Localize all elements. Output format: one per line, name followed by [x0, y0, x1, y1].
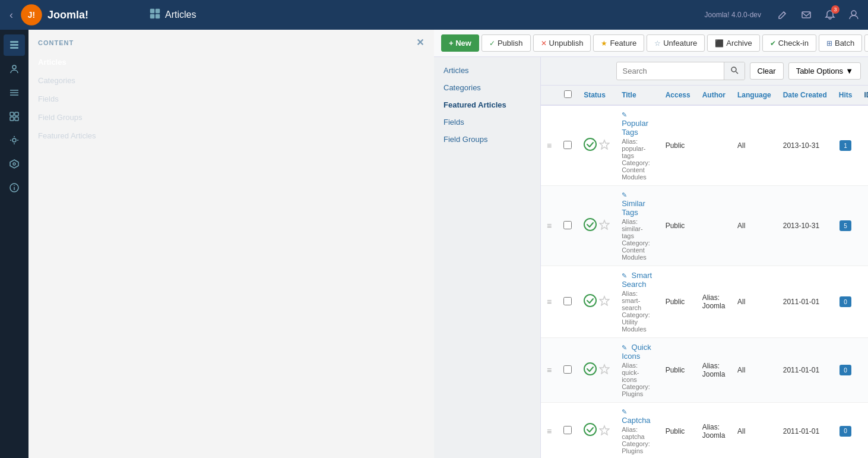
col-hits[interactable]: Hits	[833, 86, 859, 105]
unfeature-button[interactable]: ☆ Unfeature	[647, 34, 705, 52]
sidebar-item-featured-articles[interactable]: Featured Articles	[28, 127, 434, 145]
sidebar-icon-components[interactable]	[4, 106, 25, 127]
drag-handle-icon[interactable]: ≡	[547, 221, 552, 230]
checkbox-cell[interactable]	[557, 266, 578, 338]
checkbox-cell[interactable]	[557, 338, 578, 403]
select-all-checkbox[interactable]	[564, 90, 572, 98]
archive-button[interactable]: ⬛ Archive	[707, 34, 759, 52]
col-title[interactable]: Title	[616, 86, 659, 105]
col-access[interactable]: Access	[660, 86, 696, 105]
sidebar-item-field-groups[interactable]: Field Groups	[28, 108, 434, 127]
article-title-link[interactable]: Similar Tags	[622, 199, 645, 217]
sidebar-close-button[interactable]: ✕	[416, 37, 425, 48]
drag-cell[interactable]: ≡	[541, 186, 557, 266]
sidebar-item-categories[interactable]: Categories	[28, 71, 434, 90]
article-meta: Alias: smart-searchCategory: Utility Mod…	[622, 290, 653, 333]
published-icon[interactable]	[584, 362, 597, 378]
drag-handle-icon[interactable]: ≡	[547, 427, 552, 436]
svg-point-29	[584, 219, 596, 230]
checkin-button[interactable]: ✔ Check-in	[762, 34, 816, 52]
trash-button[interactable]: 🗑 Trash	[864, 34, 868, 52]
article-title-link[interactable]: Popular Tags	[622, 119, 648, 137]
drag-handle-icon[interactable]: ≡	[547, 297, 552, 307]
published-icon[interactable]	[584, 138, 597, 154]
row-checkbox[interactable]	[563, 297, 572, 305]
hits-cell[interactable]: 5	[833, 186, 859, 266]
drag-cell[interactable]: ≡	[541, 338, 557, 403]
id-cell: 68	[858, 403, 868, 459]
sidebar-icon-content[interactable]	[4, 34, 25, 56]
drag-cell[interactable]: ≡	[541, 266, 557, 338]
sidebar-icon-extensions[interactable]	[4, 129, 25, 151]
sub-sidebar-field-groups[interactable]: Field Groups	[434, 131, 540, 148]
hits-cell[interactable]: 0	[833, 403, 859, 459]
new-button[interactable]: + New	[441, 34, 479, 52]
row-checkbox[interactable]	[563, 426, 572, 434]
sub-sidebar-fields[interactable]: Fields	[434, 113, 540, 131]
featured-icon[interactable]	[599, 139, 610, 152]
col-author[interactable]: Author	[696, 86, 731, 105]
checkbox-cell[interactable]	[557, 403, 578, 459]
col-status[interactable]: Status	[578, 86, 616, 105]
author-cell	[696, 105, 731, 186]
edit-icon[interactable]	[775, 8, 790, 22]
notification-icon[interactable]: 3	[823, 8, 837, 22]
hits-badge[interactable]: 0	[840, 365, 851, 375]
col-checkbox[interactable]	[557, 86, 578, 105]
hits-cell[interactable]: 0	[833, 338, 859, 403]
hits-badge[interactable]: 0	[840, 426, 851, 437]
clear-search-button[interactable]: Clear	[750, 62, 784, 80]
checkbox-cell[interactable]	[557, 186, 578, 266]
sidebar-icon-info[interactable]	[4, 177, 25, 198]
svg-point-35	[584, 424, 596, 435]
col-id[interactable]: ID ▼	[858, 86, 868, 105]
page-header: Articles	[150, 8, 196, 21]
sub-sidebar-featured-articles[interactable]: Featured Articles	[434, 96, 540, 113]
batch-button[interactable]: ⊞ Batch	[819, 34, 862, 52]
back-button[interactable]: ‹	[7, 7, 15, 24]
access-cell: Public	[660, 403, 696, 459]
row-checkbox[interactable]	[563, 141, 572, 149]
sidebar-icon-menu[interactable]	[4, 82, 25, 103]
hits-cell[interactable]: 1	[833, 105, 859, 186]
row-checkbox[interactable]	[563, 221, 572, 229]
sidebar-icon-users[interactable]	[4, 58, 25, 80]
table-options-button[interactable]: Table Options ▼	[788, 62, 861, 80]
sub-sidebar-articles[interactable]: Articles	[434, 62, 540, 79]
sidebar-icon-plugins[interactable]	[4, 153, 25, 175]
user-icon[interactable]	[847, 8, 861, 22]
published-icon[interactable]	[584, 218, 597, 234]
drag-cell[interactable]: ≡	[541, 403, 557, 459]
svg-point-27	[584, 138, 596, 150]
published-icon[interactable]	[584, 294, 597, 310]
search-submit-button[interactable]	[724, 62, 745, 80]
sidebar-item-fields[interactable]: Fields	[28, 90, 434, 108]
sub-sidebar-categories[interactable]: Categories	[434, 79, 540, 96]
featured-icon[interactable]	[599, 295, 610, 308]
featured-icon[interactable]	[599, 364, 610, 377]
hits-badge[interactable]: 0	[840, 296, 851, 307]
drag-handle-icon[interactable]: ≡	[547, 141, 552, 150]
mail-icon[interactable]	[799, 8, 813, 22]
feature-button[interactable]: ★ Feature	[593, 34, 644, 52]
search-input[interactable]	[617, 63, 724, 79]
sidebar-item-articles[interactable]: Articles	[28, 53, 434, 71]
main-layout: CONTENT ✕ Articles Categories Fields Fie…	[0, 30, 868, 458]
article-edit-icon: ✎	[622, 272, 627, 279]
featured-icon[interactable]	[599, 425, 610, 438]
checkbox-cell[interactable]	[557, 105, 578, 186]
drag-cell[interactable]: ≡	[541, 105, 557, 186]
hits-cell[interactable]: 0	[833, 266, 859, 338]
row-checkbox[interactable]	[563, 365, 572, 374]
article-title-link[interactable]: Captcha	[622, 416, 650, 425]
content-area: + New ✓ Publish ✕ Unpublish ★ Feature ☆ …	[434, 30, 868, 458]
publish-button[interactable]: ✓ Publish	[481, 34, 531, 52]
published-icon[interactable]	[584, 423, 597, 439]
col-date[interactable]: Date Created	[777, 86, 833, 105]
col-language[interactable]: Language	[731, 86, 777, 105]
drag-handle-icon[interactable]: ≡	[547, 365, 552, 375]
hits-badge[interactable]: 5	[840, 220, 851, 231]
featured-icon[interactable]	[599, 219, 610, 232]
hits-badge[interactable]: 1	[840, 140, 851, 151]
unpublish-button[interactable]: ✕ Unpublish	[533, 34, 591, 52]
